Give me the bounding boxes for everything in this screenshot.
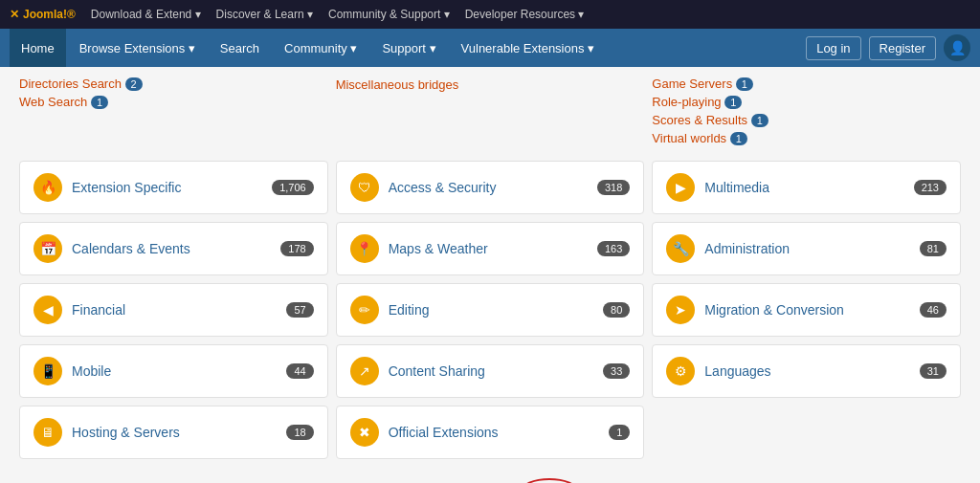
mobile-icon: 📱 <box>33 357 62 385</box>
top-bar: ✕ Joomla!® Download & Extend ▾ Discover … <box>0 0 980 29</box>
multimedia-count: 213 <box>914 180 947 195</box>
nav-right: Log in Register 👤 <box>806 34 970 61</box>
mobile-count: 44 <box>286 363 313 379</box>
hosting-servers-icon: 🖥 <box>33 418 62 447</box>
administration-count: 81 <box>920 241 947 256</box>
nav-browse[interactable]: Browse Extensions ▾ <box>68 29 207 67</box>
brand-name: Joomla!® <box>23 8 76 21</box>
content-sharing-icon: ↗ <box>350 357 379 385</box>
register-button[interactable]: Register <box>869 36 936 60</box>
calendars-events-count: 178 <box>280 241 313 256</box>
topbar-developer[interactable]: Developer Resources ▾ <box>465 8 585 21</box>
category-grid: 🔥 Extension Specific 1,706 🛡 Access & Se… <box>19 161 961 459</box>
maps-weather-icon: 📍 <box>350 234 379 263</box>
topbar-community[interactable]: Community & Support ▾ <box>328 8 450 21</box>
category-maps-weather[interactable]: 📍 Maps & Weather 163 <box>336 222 645 275</box>
scores-results-link[interactable]: Scores & Results 1 <box>652 113 961 127</box>
category-mobile[interactable]: 📱 Mobile 44 <box>19 344 328 398</box>
category-multimedia[interactable]: ▶ Multimedia 213 <box>652 161 961 214</box>
directories-search-link[interactable]: Directories Search 2 <box>19 77 328 91</box>
virtual-worlds-link[interactable]: Virtual worlds 1 <box>652 131 961 145</box>
category-extension-specific[interactable]: 🔥 Extension Specific 1,706 <box>19 161 328 214</box>
nav-community[interactable]: Community ▾ <box>273 29 368 67</box>
content-sharing-label: Content Sharing <box>389 363 485 379</box>
left-links: Directories Search 2 Web Search 1 <box>19 77 328 145</box>
multimedia-label: Multimedia <box>704 180 769 195</box>
maps-weather-label: Maps & Weather <box>389 241 488 256</box>
migration-conversion-label: Migration & Conversion <box>704 302 844 318</box>
user-avatar[interactable]: 👤 <box>944 34 970 61</box>
joomla-icon: ✕ <box>10 8 19 21</box>
migration-conversion-icon: ➤ <box>666 296 695 324</box>
web-search-link[interactable]: Web Search 1 <box>19 95 328 109</box>
footer: Total extensions: 7,415 <box>19 459 961 483</box>
extension-specific-icon: 🔥 <box>33 173 62 202</box>
right-links: Game Servers 1 Role-playing 1 Scores & R… <box>652 77 961 145</box>
role-playing-link[interactable]: Role-playing 1 <box>652 95 961 109</box>
extension-specific-count: 1,706 <box>272 180 314 195</box>
calendars-events-label: Calendars & Events <box>72 241 190 256</box>
category-hosting-servers[interactable]: 🖥 Hosting & Servers 18 <box>19 406 328 459</box>
nav-vulnerable[interactable]: Vulnerable Extensions ▾ <box>450 29 607 67</box>
topbar-download[interactable]: Download & Extend ▾ <box>91 8 201 21</box>
calendars-events-icon: 📅 <box>33 234 62 263</box>
official-extensions-label: Official Extensions <box>389 425 499 440</box>
administration-icon: 🔧 <box>666 234 695 263</box>
misc-links-link: Miscellaneous bridges <box>336 77 645 153</box>
category-administration[interactable]: 🔧 Administration 81 <box>652 222 961 275</box>
brand-logo[interactable]: ✕ Joomla!® <box>10 8 76 21</box>
category-languages[interactable]: ⚙ Languages 31 <box>652 344 961 398</box>
main-content: Directories Search 2 Web Search 1 Miscel… <box>0 67 980 483</box>
login-button[interactable]: Log in <box>806 36 860 60</box>
hosting-servers-count: 18 <box>286 425 313 440</box>
nav-home[interactable]: Home <box>10 29 66 67</box>
mobile-label: Mobile <box>72 363 111 379</box>
official-extensions-icon: ✖ <box>350 418 379 447</box>
misc-bridges[interactable]: Miscellaneous bridges <box>336 77 459 92</box>
multimedia-icon: ▶ <box>666 173 695 202</box>
editing-count: 80 <box>603 302 630 318</box>
extension-specific-label: Extension Specific <box>72 180 181 195</box>
maps-weather-count: 163 <box>597 241 630 256</box>
financial-label: Financial <box>72 302 125 318</box>
official-extensions-count: 1 <box>609 425 630 440</box>
total-extensions-count: 7,415 <box>521 478 578 483</box>
editing-icon: ✏ <box>350 296 379 324</box>
empty-cell <box>652 406 961 459</box>
access-security-count: 318 <box>597 180 630 195</box>
administration-label: Administration <box>704 241 790 256</box>
migration-conversion-count: 46 <box>920 302 947 318</box>
access-security-icon: 🛡 <box>350 173 379 202</box>
access-security-label: Access & Security <box>389 180 497 195</box>
category-official-extensions[interactable]: ✖ Official Extensions 1 <box>336 406 645 459</box>
languages-count: 31 <box>920 363 947 379</box>
nav-search[interactable]: Search <box>209 29 271 67</box>
hosting-servers-label: Hosting & Servers <box>72 425 180 440</box>
languages-icon: ⚙ <box>666 357 695 385</box>
category-calendars-events[interactable]: 📅 Calendars & Events 178 <box>19 222 328 275</box>
editing-label: Editing <box>389 302 430 318</box>
nav-bar: Home Browse Extensions ▾ Search Communit… <box>0 29 980 67</box>
category-content-sharing[interactable]: ↗ Content Sharing 33 <box>336 344 645 398</box>
languages-label: Languages <box>704 363 770 379</box>
nav-support[interactable]: Support ▾ <box>370 29 447 67</box>
game-servers-link[interactable]: Game Servers 1 <box>652 77 961 91</box>
topbar-discover[interactable]: Discover & Learn ▾ <box>216 8 313 21</box>
financial-count: 57 <box>286 302 313 318</box>
category-access-security[interactable]: 🛡 Access & Security 318 <box>336 161 645 214</box>
content-sharing-count: 33 <box>603 363 630 379</box>
category-editing[interactable]: ✏ Editing 80 <box>336 283 645 337</box>
category-financial[interactable]: ◀ Financial 57 <box>19 283 328 337</box>
financial-icon: ◀ <box>33 296 62 324</box>
category-migration-conversion[interactable]: ➤ Migration & Conversion 46 <box>652 283 961 337</box>
